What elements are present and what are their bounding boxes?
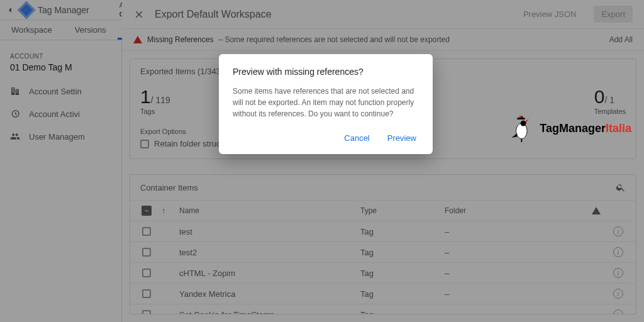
- cancel-button[interactable]: Cancel: [341, 130, 372, 147]
- watermark-text: TagManagerItalia: [540, 122, 631, 135]
- preview-dialog: Preview with missing references? Some it…: [219, 54, 433, 154]
- watermark: TagManagerItalia: [509, 114, 631, 142]
- modal-scrim[interactable]: [0, 0, 644, 322]
- svg-point-0: [516, 123, 528, 139]
- svg-point-4: [519, 116, 522, 118]
- preview-button[interactable]: Preview: [385, 130, 419, 147]
- woodpecker-icon: [509, 114, 537, 142]
- dialog-body: Some items have references that are not …: [233, 86, 419, 119]
- dialog-title: Preview with missing references?: [233, 67, 419, 77]
- svg-point-1: [521, 121, 526, 126]
